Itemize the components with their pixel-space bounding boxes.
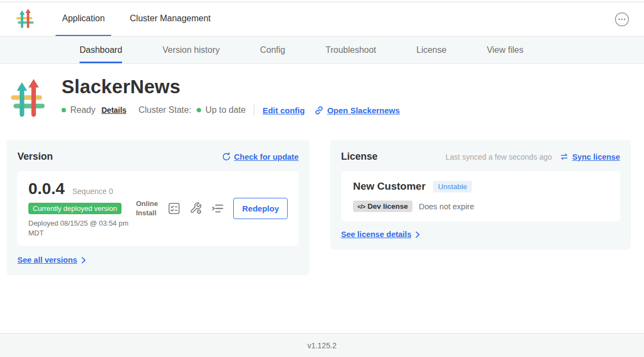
chevron-right-icon — [415, 231, 420, 238]
license-card-header: License Last synced a few seconds ago Sy… — [341, 151, 620, 162]
refresh-icon — [222, 152, 231, 161]
preflight-checks-icon[interactable] — [167, 202, 181, 215]
see-all-versions[interactable]: See all versions — [17, 256, 299, 264]
version-card: Version Check for update 0.0.4 Sequence … — [7, 140, 309, 275]
ready-status-dot — [62, 108, 66, 112]
more-menu-button[interactable] — [613, 11, 630, 27]
cluster-state-value: Up to date — [205, 105, 246, 115]
header-tabs: Application Cluster Management — [56, 2, 229, 36]
page-title: SlackerNews — [62, 76, 400, 98]
view-logs-icon[interactable] — [211, 202, 224, 215]
code-icon: </> — [357, 203, 365, 210]
see-license-details-link[interactable]: See license details — [341, 230, 411, 239]
ready-status-label: Ready — [70, 105, 95, 115]
license-type-badge: </> Dev license — [353, 201, 412, 212]
edit-config-link[interactable]: Edit config — [263, 106, 305, 115]
last-synced-label: Last synced a few seconds ago — [446, 153, 552, 161]
cluster-state-label: Cluster State: — [138, 105, 191, 115]
status-divider — [254, 105, 254, 116]
console-version-label: v1.125.2 — [307, 341, 337, 350]
install-type-label: Online Install — [136, 199, 161, 218]
version-card-header: Version Check for update — [17, 151, 299, 162]
version-number: 0.0.4 — [28, 179, 65, 198]
see-license-details[interactable]: See license details — [341, 230, 620, 239]
sequence-label: Sequence 0 — [72, 187, 113, 196]
subnav-config-label: Config — [260, 45, 285, 55]
app-hero: SlackerNews Ready Details Cluster State:… — [0, 64, 644, 120]
tab-cluster-management-label: Cluster Management — [130, 14, 211, 23]
check-for-update-link[interactable]: Check for update — [234, 153, 299, 161]
customer-name: New Customer — [353, 180, 426, 192]
version-actions: Online Install — [136, 198, 288, 219]
redeploy-button[interactable]: Redeploy — [233, 198, 288, 219]
config-wrench-icon[interactable] — [189, 202, 203, 215]
subnav-version-history-label: Version history — [162, 45, 220, 55]
ellipsis-icon — [615, 12, 629, 27]
app-logo[interactable] — [16, 2, 34, 36]
slackernews-logo-icon — [16, 9, 34, 29]
subnav-item-view-files[interactable]: View files — [487, 37, 523, 63]
license-card-title: License — [341, 151, 378, 162]
subnav-item-troubleshoot[interactable]: Troubleshoot — [325, 37, 376, 63]
dashboard-cards: Version Check for update 0.0.4 Sequence … — [0, 140, 644, 275]
open-app-link[interactable]: Open Slackernews — [327, 106, 399, 115]
version-info: 0.0.4 Sequence 0 Currently deployed vers… — [28, 179, 136, 238]
check-for-update[interactable]: Check for update — [222, 152, 299, 161]
subnav-item-dashboard[interactable]: Dashboard — [80, 37, 122, 63]
link-icon — [314, 105, 324, 116]
status-details-link[interactable]: Details — [101, 106, 126, 114]
cluster-state-dot — [197, 108, 201, 112]
see-all-versions-link[interactable]: See all versions — [17, 256, 77, 264]
current-version-panel: 0.0.4 Sequence 0 Currently deployed vers… — [17, 171, 299, 246]
subnav-item-license[interactable]: License — [416, 37, 446, 63]
tab-application-label: Application — [62, 14, 105, 23]
subnav-view-files-label: View files — [487, 45, 523, 55]
subnav-dashboard-label: Dashboard — [80, 45, 122, 55]
hero-text: SlackerNews Ready Details Cluster State:… — [62, 76, 400, 120]
subnav-item-version-history[interactable]: Version history — [162, 37, 220, 63]
version-action-icons — [167, 202, 224, 215]
app-footer: v1.125.2 — [0, 333, 644, 357]
subnav-troubleshoot-label: Troubleshoot — [325, 45, 376, 55]
tab-application[interactable]: Application — [56, 2, 111, 36]
subnav-license-label: License — [416, 45, 446, 55]
deployed-status-badge: Currently deployed version — [28, 203, 121, 214]
channel-badge: Unstable — [433, 181, 472, 192]
sync-license-link[interactable]: Sync license — [572, 153, 620, 161]
subnav-item-config[interactable]: Config — [260, 37, 285, 63]
license-card: License Last synced a few seconds ago Sy… — [330, 140, 631, 250]
license-expiration: Does not expire — [419, 202, 475, 211]
license-details-panel: New Customer Unstable </> Dev license Do… — [341, 171, 620, 221]
license-type-label: Dev license — [367, 202, 408, 210]
app-icon — [11, 78, 45, 120]
chevron-right-icon — [81, 257, 86, 264]
app-header: Application Cluster Management — [0, 2, 644, 37]
app-subnav: Dashboard Version history Config Trouble… — [0, 37, 644, 64]
app-status-row: Ready Details Cluster State: Up to date … — [62, 105, 400, 116]
tab-cluster-management[interactable]: Cluster Management — [123, 2, 217, 36]
deployed-timestamp: Deployed 08/15/25 @ 03:54 pm MDT — [28, 219, 136, 238]
version-card-title: Version — [17, 151, 53, 162]
sync-icon — [560, 152, 569, 161]
